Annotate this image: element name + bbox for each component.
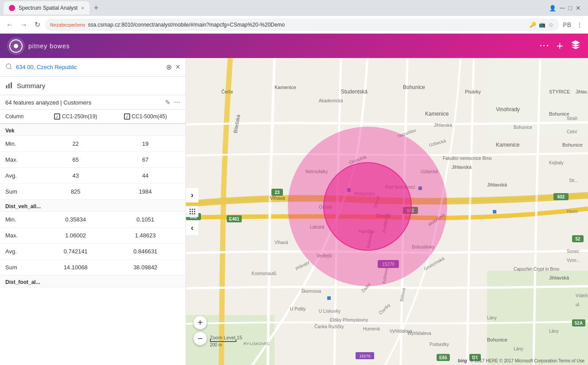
svg-text:Bohunice: Bohunice (403, 84, 425, 90)
features-text: 64 features analyzed | Customers (5, 99, 91, 106)
svg-text:52: 52 (575, 237, 580, 241)
address-bar[interactable]: Nezabezpečeno ssa.csmap.cz:8010/connect/… (45, 19, 559, 31)
dist-veh-sum-label: Sum (5, 264, 41, 271)
vek-avg-row: Avg. 43 44 (0, 168, 186, 184)
scale-line (210, 339, 236, 342)
search-close-btn[interactable]: × (175, 62, 180, 72)
svg-text:ul.: ul. (576, 302, 580, 307)
vek-min-val1: 22 (41, 140, 111, 147)
search-clear-btn[interactable]: ⊗ (166, 63, 172, 71)
vek-max-row: Max. 65 67 (0, 152, 186, 168)
vek-sum-row: Sum 825 1984 (0, 184, 186, 200)
col1-checkbox[interactable]: ✓ (54, 113, 60, 120)
header-plus-btn[interactable]: + (557, 39, 563, 53)
credits-text: © 2017 HERE © 2017 Microsoft Corporation… (470, 358, 584, 363)
vek-min-row: Min. 22 19 (0, 136, 186, 152)
header-layers-btn[interactable] (570, 39, 581, 52)
back-btn[interactable]: ← (4, 19, 16, 31)
zoom-in-btn[interactable]: + (193, 315, 207, 330)
col-header-label: Column (5, 113, 41, 120)
header-dots-btn[interactable]: ⋮ (538, 41, 550, 51)
svg-text:Kamenice: Kamenice (496, 142, 520, 148)
vek-min-val2: 19 (111, 140, 181, 147)
dist-veh-sum-row: Sum 14.10068 38.09842 (0, 260, 186, 276)
map-area[interactable]: E461 23 602 602 602 52 52A (186, 58, 588, 365)
minimize-btn[interactable]: ─ (560, 4, 565, 12)
svg-rect-32 (327, 296, 331, 300)
svg-text:Fakultní nemocnice Brno: Fakultní nemocnice Brno (443, 156, 492, 161)
logo-icon (7, 37, 25, 55)
vek-min-label: Min. (5, 140, 41, 147)
star-icon[interactable]: ☆ (548, 21, 554, 28)
forward-btn[interactable]: → (18, 19, 30, 31)
svg-text:Akademická: Akademická (319, 98, 343, 103)
search-icon[interactable] (5, 63, 12, 71)
svg-text:RY-LISKOVEC: RY-LISKOVEC (244, 342, 270, 346)
maximize-btn[interactable]: □ (569, 4, 572, 12)
col1-header[interactable]: ✓ CC1-250m(19) (41, 113, 111, 120)
svg-text:Celní: Celní (567, 129, 577, 134)
tab-close-btn[interactable]: × (81, 5, 84, 11)
svg-text:Studentská: Studentská (341, 89, 368, 95)
left-panel: ⊗ × Summary 64 features analyzed | Custo… (0, 58, 186, 365)
svg-text:Jihlavská: Jihlavská (549, 275, 569, 280)
svg-point-0 (6, 64, 11, 69)
inner-circle (323, 162, 412, 251)
summary-header: Summary (0, 77, 186, 95)
refresh-btn[interactable]: ↻ (32, 19, 43, 31)
vek-avg-val1: 43 (41, 172, 111, 179)
dist-veh-max-label: Max. (5, 232, 41, 239)
svg-text:E461: E461 (229, 217, 240, 221)
svg-text:15270: 15270 (359, 354, 370, 358)
address-text: ssa.csmap.cz:8010/connect/analyst/mobile… (88, 22, 527, 28)
app: pitney bowes ⋮ + ⊗ × (0, 34, 588, 365)
svg-text:Čanka Ružičky: Čanka Ružičky (314, 324, 344, 329)
panel-collapse-btn[interactable]: ‹ (186, 221, 198, 235)
col1-label: CC1-250m(19) (62, 113, 97, 120)
col2-checkbox[interactable]: ✓ (124, 113, 130, 120)
main-content: ⊗ × Summary 64 features analyzed | Custo… (0, 58, 588, 365)
menu-btn[interactable]: ⋮ (575, 19, 584, 30)
svg-text:Podsedky: Podsedky (429, 342, 449, 347)
vek-sum-val2: 1984 (111, 188, 181, 195)
summary-title: Summary (17, 82, 45, 89)
close-window-btn[interactable]: ✕ (576, 4, 581, 12)
col2-header[interactable]: ✓ CC1-500m(45) (111, 113, 181, 120)
active-tab[interactable]: Spectrum Spatial Analyst × (4, 1, 89, 15)
dist-veh-min-val2: 0.1051 (111, 216, 181, 223)
dist-veh-sum-val2: 38.09842 (111, 264, 181, 271)
zoom-out-btn[interactable]: − (193, 331, 207, 346)
vek-max-val1: 65 (41, 156, 111, 163)
search-input[interactable] (16, 64, 162, 70)
svg-text:Capuchin Crypt in Brno: Capuchin Crypt in Brno (514, 267, 560, 272)
browser-chrome: Spectrum Spatial Analyst × + 👤 ─ □ ✕ ← →… (0, 0, 588, 34)
summary-chart-icon (5, 81, 13, 90)
edit-icon[interactable]: ✎ (165, 99, 170, 106)
extensions-btn[interactable]: PB (561, 19, 573, 30)
new-tab-button[interactable]: + (91, 4, 101, 13)
dist-veh-min-val1: 0.35834 (41, 216, 111, 223)
search-bar: ⊗ × (0, 58, 186, 77)
svg-rect-4 (11, 82, 12, 89)
svg-text:Wyhlidaleva: Wyhlidaleva (407, 331, 431, 336)
dist-veh-avg-val2: 0.846631 (111, 248, 181, 255)
more-icon[interactable]: ⋯ (174, 99, 180, 106)
svg-text:Jihlavská: Jihlavská (452, 164, 472, 170)
grid-dots-btn[interactable] (186, 206, 198, 217)
vek-avg-label: Avg. (5, 172, 41, 179)
dist-veh-min-label: Min. (5, 216, 41, 223)
lock-icon: Nezabezpečeno (50, 22, 85, 27)
svg-rect-31 (493, 210, 496, 214)
dist-veh-avg-row: Avg. 0.742141 0.846631 (0, 244, 186, 260)
svg-rect-3 (8, 84, 10, 89)
svg-text:Jihlav...: Jihlav... (576, 89, 588, 94)
svg-text:STYRICE: STYRICE (549, 89, 570, 94)
panel-expand-btn[interactable]: › (186, 188, 198, 202)
vek-section-label: Vek (0, 124, 186, 136)
key-icon: 🔑 (530, 22, 536, 28)
dist-veh-sum-val1: 14.10068 (41, 264, 111, 271)
svg-text:Bohunice: Bohunice (514, 125, 532, 130)
profile-icon[interactable]: 👤 (549, 5, 556, 12)
svg-text:Škermova: Škermova (301, 288, 321, 294)
dist-veh-max-val1: 1.06002 (41, 232, 111, 239)
